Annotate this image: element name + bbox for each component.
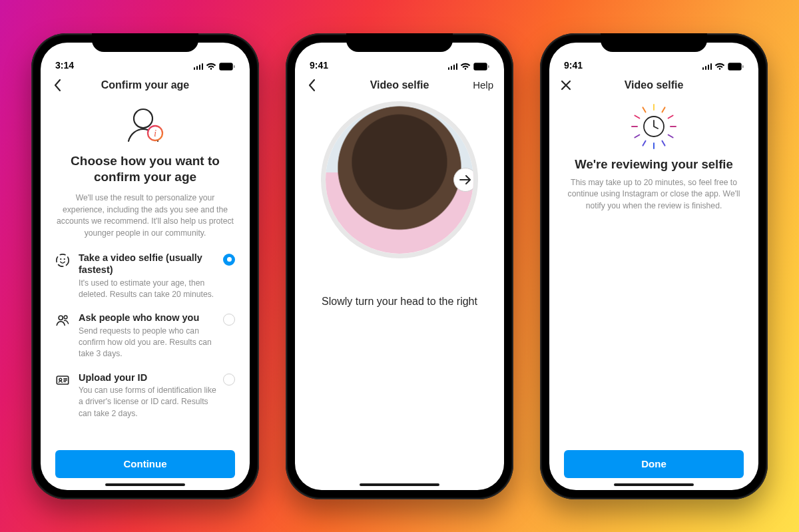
nav-title: Confirm your age	[101, 79, 189, 91]
nav-title: Video selfie	[370, 79, 429, 91]
svg-point-10	[59, 316, 63, 320]
wifi-icon	[714, 63, 725, 71]
face-scan-icon	[55, 252, 70, 268]
battery-icon	[473, 63, 489, 71]
svg-rect-16	[488, 65, 489, 68]
subheading: We'll use the result to personalize your…	[55, 192, 235, 240]
svg-point-11	[64, 316, 67, 320]
help-link[interactable]: Help	[473, 79, 493, 91]
home-indicator[interactable]	[105, 483, 185, 486]
svg-rect-19	[742, 65, 744, 68]
option-desc: It's used to estimate your age, then del…	[79, 278, 219, 300]
selfie-preview	[310, 101, 489, 258]
svg-point-7	[57, 254, 69, 266]
clock-icon	[642, 115, 666, 138]
option-ask-people[interactable]: Ask people who know you Send requests to…	[55, 312, 235, 360]
status-time: 9:41	[310, 60, 328, 71]
svg-text:i: i	[154, 128, 156, 138]
device-notch	[92, 33, 198, 52]
wifi-icon	[460, 63, 471, 71]
navbar: Video selfie	[549, 72, 758, 99]
id-card-icon	[55, 372, 70, 388]
status-right	[194, 63, 236, 71]
option-video-selfie[interactable]: Take a video selfie (usually fastest) It…	[55, 252, 235, 301]
chevron-left-icon	[50, 78, 65, 93]
option-title: Take a video selfie (usually fastest)	[79, 252, 219, 277]
nav-title: Video selfie	[625, 79, 684, 91]
svg-rect-15	[475, 64, 486, 69]
back-button[interactable]	[304, 78, 319, 93]
navbar: Video selfie Help	[295, 72, 504, 99]
wifi-icon	[206, 63, 216, 71]
svg-rect-2	[234, 65, 235, 68]
status-right	[702, 63, 744, 71]
svg-point-13	[59, 378, 62, 381]
content: Slowly turn your head to the right	[295, 99, 504, 490]
phone-3: 9:41 Video selfie	[540, 33, 768, 499]
radio-selected[interactable]	[223, 254, 235, 266]
close-icon	[559, 78, 573, 93]
navbar: Confirm your age	[41, 72, 250, 99]
screen-video-selfie-capture: 9:41 Video selfie Help	[295, 43, 504, 490]
hero-user-info-icon: i	[55, 105, 235, 145]
battery-icon	[219, 63, 235, 71]
option-title: Upload your ID	[79, 372, 219, 384]
chevron-left-icon	[304, 78, 319, 93]
option-title: Ask people who know you	[79, 312, 219, 324]
svg-rect-1	[220, 64, 232, 69]
done-button[interactable]: Done	[564, 450, 744, 478]
status-time: 3:14	[55, 60, 74, 71]
people-icon	[55, 312, 70, 328]
option-desc: You can use forms of identification like…	[79, 385, 219, 419]
radio-unselected[interactable]	[223, 374, 235, 386]
back-button[interactable]	[50, 78, 65, 93]
option-list: Take a video selfie (usually fastest) It…	[55, 252, 235, 419]
review-desc: This may take up to 20 minutes, so feel …	[564, 177, 744, 212]
content: i Choose how you want to confirm your ag…	[41, 99, 250, 490]
cellular-icon	[194, 63, 204, 70]
clock-processing-icon	[564, 105, 744, 148]
review-heading: We're reviewing your selfie	[564, 157, 744, 172]
screen-reviewing-selfie: 9:41 Video selfie	[549, 43, 758, 490]
svg-point-3	[134, 109, 152, 128]
screen-confirm-age: 3:14 Confirm your age	[41, 43, 250, 490]
heading: Choose how you want to confirm your age	[55, 153, 235, 186]
phone-1: 3:14 Confirm your age	[31, 33, 259, 499]
svg-rect-18	[729, 64, 740, 69]
status-right	[448, 63, 490, 71]
home-indicator[interactable]	[614, 483, 694, 486]
device-notch	[601, 33, 707, 52]
home-indicator[interactable]	[360, 483, 439, 486]
arrow-right-icon	[459, 175, 471, 184]
phone-2: 9:41 Video selfie Help	[286, 33, 513, 499]
device-notch	[346, 33, 453, 52]
radio-unselected[interactable]	[223, 314, 235, 326]
battery-icon	[728, 63, 744, 71]
selfie-image-placeholder	[326, 106, 473, 254]
selfie-ring	[321, 101, 478, 258]
svg-point-9	[64, 258, 65, 260]
content: We're reviewing your selfie This may tak…	[549, 99, 758, 490]
svg-point-8	[60, 258, 61, 260]
option-upload-id[interactable]: Upload your ID You can use forms of iden…	[55, 372, 235, 419]
direction-arrow-right	[453, 168, 477, 192]
close-button[interactable]	[559, 78, 573, 93]
option-desc: Send requests to people who can confirm …	[79, 326, 219, 360]
cellular-icon	[448, 63, 458, 70]
status-time: 9:41	[564, 60, 583, 71]
continue-button[interactable]: Continue	[55, 450, 235, 478]
cellular-icon	[702, 63, 712, 70]
instruction-text: Slowly turn your head to the right	[310, 296, 489, 308]
